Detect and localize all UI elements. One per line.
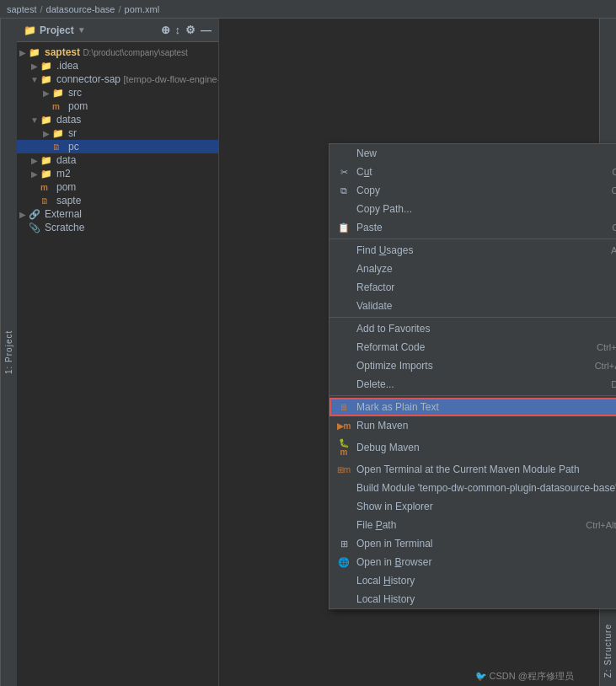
folder-icon-connector-sap: 📁 — [40, 74, 54, 85]
tree-item-scratche[interactable]: 📎 Scratche — [17, 221, 218, 234]
menu-item-new[interactable]: New ▶ — [329, 144, 616, 163]
minimize-icon[interactable]: — — [201, 24, 212, 36]
tree-item-pom-connector[interactable]: m pom — [17, 99, 218, 113]
panel-dropdown-icon[interactable]: ▼ — [78, 25, 86, 35]
content-area: New ▶ ✂ Cut Ctrl+X ⧉ Copy Ctrl+C Copy Pa… — [219, 19, 599, 686]
menu-item-delete[interactable]: Delete... Delete — [329, 375, 616, 394]
tree-item-src2[interactable]: ▶ 📁 sr — [17, 126, 218, 140]
menu-item-copy[interactable]: ⧉ Copy Ctrl+C — [329, 181, 616, 200]
tree-item-idea[interactable]: ▶ 📁 .idea — [17, 59, 218, 72]
mark-plain-icon: 🗎 — [336, 402, 351, 412]
open-terminal-maven-label: Open Terminal at the Current Maven Modul… — [356, 464, 616, 475]
tree-item-data2[interactable]: ▶ 📁 data — [17, 153, 218, 167]
watermark-text: CSDN @程序修理员 — [490, 671, 574, 681]
menu-item-open-in-terminal[interactable]: ⊞ Open in Terminal — [329, 534, 616, 553]
menu-item-show-explorer[interactable]: Show in Explorer — [329, 497, 616, 516]
label-data2: data — [56, 154, 76, 166]
icon-scratche: 📎 — [29, 222, 42, 233]
terminal-maven-icon: ⊞m — [336, 465, 351, 474]
tree-item-m2[interactable]: ▶ 📁 m2 — [17, 167, 218, 180]
folder-icon-header: 📁 — [24, 24, 36, 36]
label-src: src — [68, 87, 82, 99]
debug-maven-label: Debug Maven — [356, 442, 616, 453]
label-scratche: Scratche — [45, 222, 84, 233]
tree-item-connector-sap[interactable]: ▼ 📁 connector-sap [tempo-dw-flow-engine-… — [17, 72, 218, 86]
label-m2: m2 — [56, 168, 71, 180]
refactor-label: Refactor — [356, 281, 616, 293]
menu-item-debug-maven[interactable]: 🐛m Debug Maven ▶ — [329, 435, 616, 460]
breadcrumb-sep-1: / — [40, 4, 42, 14]
project-tab-label[interactable]: 1: Project — [0, 19, 17, 686]
menu-item-reload[interactable]: Local History — [329, 590, 616, 608]
folder-icon-datasource: 📁 — [40, 115, 54, 126]
reformat-label: Reformat Code — [356, 341, 580, 353]
breadcrumb-item-1[interactable]: saptest — [7, 4, 36, 14]
label-connector-sap: connector-sap [tempo-dw-flow-engine-conn… — [56, 73, 218, 85]
copy-icon: ⧉ — [336, 185, 351, 196]
open-in-terminal-label: Open in Terminal — [356, 538, 616, 549]
tree-item-sapte[interactable]: 🗎 sapte — [17, 194, 218, 207]
arrow-saptest: ▶ — [17, 48, 29, 57]
run-maven-label: Run Maven — [356, 420, 616, 431]
arrow-src2: ▶ — [40, 129, 52, 138]
label-pom-connector: pom — [68, 100, 88, 112]
label-idea: .idea — [56, 60, 78, 72]
open-terminal-icon: ⊞ — [336, 539, 351, 549]
menu-item-local-history[interactable]: Local History — [329, 571, 616, 590]
xml-icon-sapte: 🗎 — [40, 196, 54, 206]
menu-item-open-terminal-maven[interactable]: ⊞m Open Terminal at the Current Maven Mo… — [329, 460, 616, 479]
arrow-src: ▶ — [40, 88, 52, 98]
settings-icon[interactable]: ⚙ — [185, 24, 196, 36]
breadcrumb-item-2[interactable]: datasource-base — [46, 4, 115, 14]
breadcrumb-item-3[interactable]: pom.xml — [125, 4, 160, 14]
delete-label: Delete... — [356, 378, 594, 390]
menu-item-paste[interactable]: 📋 Paste Ctrl+V — [329, 218, 616, 237]
menu-item-mark-plain[interactable]: 🗎 Mark as Plain Text — [329, 398, 616, 416]
menu-item-run-maven[interactable]: ▶m Run Maven ▶ — [329, 416, 616, 435]
menu-item-cut[interactable]: ✂ Cut Ctrl+X — [329, 163, 616, 181]
icon-external: 🔗 — [29, 209, 42, 220]
menu-item-refactor[interactable]: Refactor ▶ — [329, 278, 616, 297]
label-src2: sr — [68, 127, 77, 139]
menu-item-validate[interactable]: Validate — [329, 297, 616, 315]
maven-icon-pom-root: m — [40, 183, 54, 192]
tree-item-pom-root[interactable]: m pom — [17, 180, 218, 194]
add-icon[interactable]: ⊕ — [161, 24, 170, 36]
panel-header: 📁 Project ▼ ⊕ ↕ ⚙ — — [17, 19, 218, 42]
menu-item-analyze[interactable]: Analyze ▶ — [329, 260, 616, 278]
panel-header-left: 📁 Project ▼ — [24, 24, 86, 36]
menu-item-file-path[interactable]: File Path Ctrl+Alt+F12 — [329, 516, 616, 534]
tree-item-src[interactable]: ▶ 📁 src — [17, 86, 218, 99]
open-in-browser-label: Open in Browser — [356, 556, 616, 568]
menu-item-open-in-browser[interactable]: 🌐 Open in Browser ▶ — [329, 553, 616, 571]
menu-item-find-usages[interactable]: Find Usages Alt+F7 — [329, 241, 616, 260]
folder-icon-data2: 📁 — [40, 155, 54, 166]
menu-item-reformat[interactable]: Reformat Code Ctrl+Alt+L — [329, 338, 616, 356]
xml-icon-pom-ds: 🗎 — [52, 142, 66, 152]
optimize-shortcut: Ctrl+Alt+O — [595, 361, 616, 371]
label-saptest: saptest D:\product\company\saptest — [45, 46, 188, 58]
collapse-icon[interactable]: ↕ — [175, 24, 181, 36]
menu-item-copy-path[interactable]: Copy Path... — [329, 200, 616, 218]
optimize-label: Optimize Imports — [356, 360, 578, 372]
file-path-label: File Path — [356, 519, 569, 531]
folder-icon-src: 📁 — [52, 88, 66, 99]
divider-2 — [329, 317, 616, 318]
menu-item-add-favorites[interactable]: Add to Favorites ▶ — [329, 319, 616, 338]
copy-label: Copy — [356, 185, 595, 196]
show-explorer-label: Show in Explorer — [356, 501, 616, 512]
arrow-connector-sap: ▼ — [29, 75, 40, 84]
tree-item-pom-ds[interactable]: 🗎 pc — [17, 140, 218, 153]
menu-item-build-module[interactable]: Build Module 'tempo-dw-common-plugin-dat… — [329, 479, 616, 497]
arrow-m2: ▶ — [29, 169, 40, 179]
folder-icon-idea: 📁 — [40, 61, 54, 72]
folder-icon-saptest: 📁 — [29, 47, 42, 58]
add-favorites-label: Add to Favorites — [356, 323, 616, 335]
menu-item-optimize[interactable]: Optimize Imports Ctrl+Alt+O — [329, 356, 616, 375]
tree-item-datasource[interactable]: ▼ 📁 datas — [17, 113, 218, 126]
tree-item-saptest[interactable]: ▶ 📁 saptest D:\product\company\saptest — [17, 46, 218, 59]
paste-icon: 📋 — [336, 222, 351, 233]
watermark: 🐦 CSDN @程序修理员 — [475, 670, 574, 683]
tree-item-external[interactable]: ▶ 🔗 External — [17, 207, 218, 221]
copy-path-label: Copy Path... — [356, 203, 616, 215]
